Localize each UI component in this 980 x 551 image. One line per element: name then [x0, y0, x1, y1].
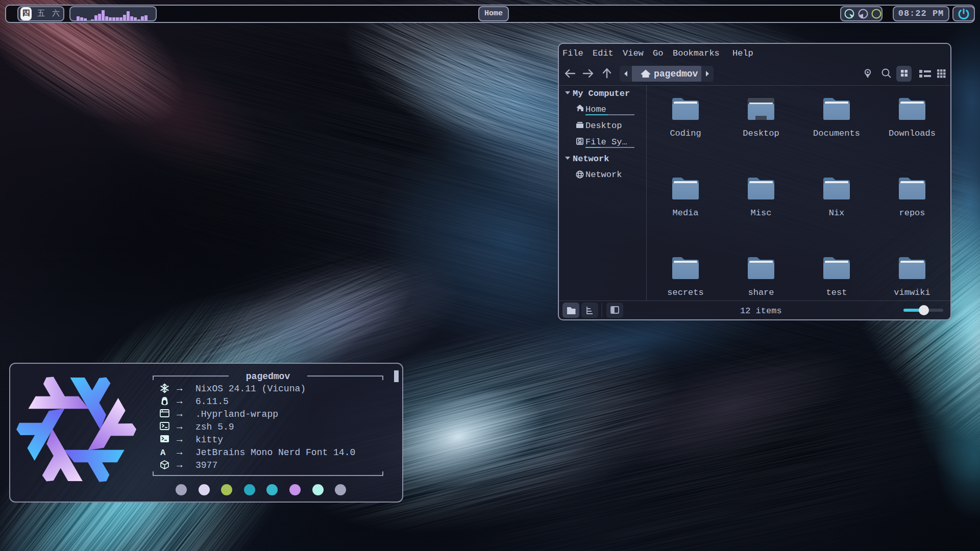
svg-text:→: →	[177, 409, 183, 420]
svg-text:.Hyprland-wrapp: .Hyprland-wrapp	[195, 409, 278, 419]
svg-text:pagedmov: pagedmov	[246, 371, 290, 382]
svg-text:6.11.5: 6.11.5	[195, 396, 229, 407]
svg-text:NixOS 24.11 (Vicuna): NixOS 24.11 (Vicuna)	[195, 384, 306, 394]
svg-text:→: →	[177, 460, 183, 471]
svg-text:→: →	[177, 383, 183, 394]
svg-text:A: A	[160, 448, 166, 458]
svg-text:zsh 5.9: zsh 5.9	[195, 422, 234, 432]
svg-text:→: →	[177, 421, 183, 433]
svg-text:→: →	[177, 434, 183, 445]
svg-text:3977: 3977	[195, 460, 217, 470]
svg-text:→: →	[177, 447, 183, 458]
svg-text:→: →	[177, 396, 183, 407]
svg-text:JetBrains Mono Nerd Font 14.0: JetBrains Mono Nerd Font 14.0	[195, 447, 355, 458]
svg-text:kitty: kitty	[195, 435, 223, 445]
